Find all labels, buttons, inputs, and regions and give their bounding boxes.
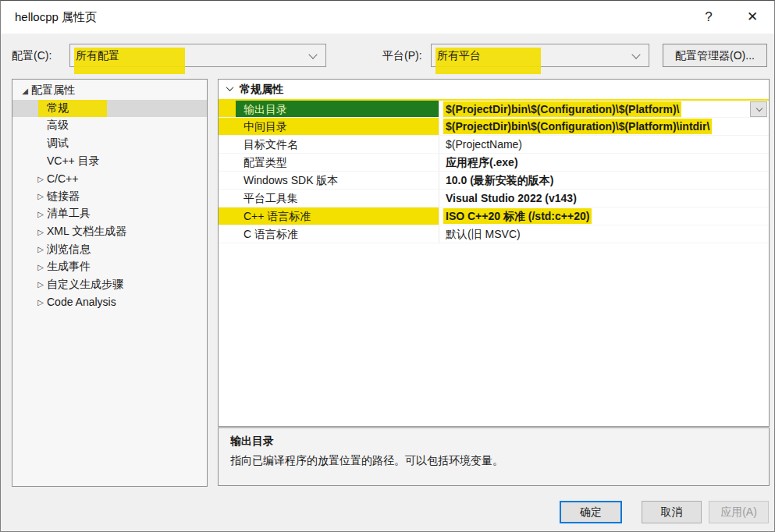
platform-dropdown[interactable]: 所有平台 xyxy=(431,44,649,67)
title-bar: hellocpp 属性页 ? ✕ xyxy=(1,1,774,34)
property-value: Visual Studio 2022 (v143) xyxy=(443,190,579,206)
platform-value: 所有平台 xyxy=(437,44,481,66)
property-name[interactable]: 中间目录 xyxy=(236,118,439,135)
property-name[interactable]: 目标文件名 xyxy=(236,136,439,153)
property-value: ISO C++20 标准 (/std:c++20) xyxy=(443,208,592,224)
tree-item-custom-build-step[interactable]: ▷ 自定义生成步骤 xyxy=(12,276,207,294)
property-value: $(ProjectDir)bin\$(Configuration)\$(Plat… xyxy=(443,119,712,134)
tree-item-manifest-tool[interactable]: ▷ 清单工具 xyxy=(12,205,207,223)
tree-collapsed-icon[interactable]: ▷ xyxy=(34,192,47,200)
ok-button[interactable]: 确定 xyxy=(560,501,622,523)
tree-collapsed-icon[interactable]: ▷ xyxy=(34,210,47,218)
property-name[interactable]: Windows SDK 版本 xyxy=(236,172,439,189)
property-grid: 常规属性 输出目录 $(ProjectDir)bin\$(Configurati… xyxy=(218,79,770,427)
chevron-down-icon xyxy=(308,50,317,59)
tree-item-browse-information[interactable]: ▷ 浏览信息 xyxy=(12,240,207,258)
window-title: hellocpp 属性页 xyxy=(15,10,97,25)
property-value: 应用程序(.exe) xyxy=(443,154,521,170)
description-title: 输出目录 xyxy=(230,434,757,449)
close-icon[interactable]: ✕ xyxy=(738,5,767,29)
tree-item-linker[interactable]: ▷ 链接器 xyxy=(12,188,207,206)
grid-row-windows-sdk-version: Windows SDK 版本 10.0 (最新安装的版本) xyxy=(219,172,769,190)
property-value: 默认(旧 MSVC) xyxy=(443,226,523,242)
tree-collapsed-icon[interactable]: ▷ xyxy=(34,245,47,254)
property-value: $(ProjectDir)bin\$(Configuration)\$(Plat… xyxy=(443,101,681,117)
grid-row-output-directory: 输出目录 $(ProjectDir)bin\$(Configuration)\$… xyxy=(219,99,769,118)
tree-collapsed-icon[interactable]: ▷ xyxy=(34,175,47,183)
property-tree: ◢ 配置属性 常规 高级 调试 VC++ 目录 ▷ C/C++ ▷ 链接器 ▷ … xyxy=(12,79,208,487)
chevron-down-icon xyxy=(756,105,763,112)
configuration-value: 所有配置 xyxy=(76,44,119,66)
grid-section-header[interactable]: 常规属性 xyxy=(219,80,769,99)
property-name[interactable]: C 语言标准 xyxy=(236,225,439,243)
tree-item-general[interactable]: 常规 xyxy=(12,100,207,118)
tree-item-code-analysis[interactable]: ▷ Code Analysis xyxy=(12,293,207,311)
property-value-cell[interactable]: 应用程序(.exe) xyxy=(439,154,769,171)
property-value: 10.0 (最新安装的版本) xyxy=(443,172,556,188)
configuration-dropdown[interactable]: 所有配置 xyxy=(69,44,326,67)
tree-collapsed-icon[interactable]: ▷ xyxy=(34,263,47,271)
highlight-mark xyxy=(219,101,236,117)
platform-label: 平台(P): xyxy=(382,44,422,67)
highlight-mark xyxy=(219,118,236,135)
chevron-down-icon xyxy=(631,50,640,59)
grid-row-configuration-type: 配置类型 应用程序(.exe) xyxy=(219,154,769,172)
configuration-label: 配置(C): xyxy=(12,44,52,67)
highlight-mark xyxy=(219,207,236,225)
description-panel: 输出目录 指向已编译程序的放置位置的路径。可以包括环境变量。 xyxy=(218,427,770,486)
tree-collapsed-icon[interactable]: ▷ xyxy=(34,228,47,236)
property-name[interactable]: C++ 语言标准 xyxy=(236,207,439,225)
grid-row-intermediate-directory: 中间目录 $(ProjectDir)bin\$(Configuration)\$… xyxy=(219,118,769,136)
property-name[interactable]: 平台工具集 xyxy=(236,190,439,207)
property-value-cell[interactable]: $(ProjectName) xyxy=(439,136,769,153)
grid-row-platform-toolset: 平台工具集 Visual Studio 2022 (v143) xyxy=(219,190,769,207)
property-value-cell[interactable]: 默认(旧 MSVC) xyxy=(439,225,769,243)
tree-collapsed-icon[interactable]: ▷ xyxy=(34,298,47,307)
property-pages-dialog: { "window": { "title": "hellocpp 属性页" },… xyxy=(0,0,775,532)
chevron-down-icon xyxy=(226,83,234,91)
grid-row-c-language-standard: C 语言标准 默认(旧 MSVC) xyxy=(219,225,769,243)
tree-item-configuration-properties[interactable]: ◢ 配置属性 xyxy=(12,82,207,100)
property-value-cell[interactable]: ISO C++20 标准 (/std:c++20) xyxy=(439,207,769,225)
grid-row-target-name: 目标文件名 $(ProjectName) xyxy=(219,136,769,154)
property-name[interactable]: 配置类型 xyxy=(236,154,439,171)
cancel-button[interactable]: 取消 xyxy=(642,501,702,523)
description-text: 指向已编译程序的放置位置的路径。可以包括环境变量。 xyxy=(230,454,757,468)
apply-button: 应用(A) xyxy=(709,501,769,523)
tree-item-debugging[interactable]: 调试 xyxy=(12,135,207,153)
property-value-cell[interactable]: 10.0 (最新安装的版本) xyxy=(439,172,769,189)
property-name[interactable]: 输出目录 xyxy=(236,101,439,117)
configuration-manager-button[interactable]: 配置管理器(O)... xyxy=(663,44,767,67)
tree-item-c-cpp[interactable]: ▷ C/C++ xyxy=(12,170,207,188)
tree-item-xml-doc-generator[interactable]: ▷ XML 文档生成器 xyxy=(12,223,207,241)
property-value: $(ProjectName) xyxy=(443,137,524,152)
property-value-cell[interactable]: $(ProjectDir)bin\$(Configuration)\$(Plat… xyxy=(439,101,769,117)
tree-item-advanced[interactable]: 高级 xyxy=(12,117,207,135)
property-value-cell[interactable]: $(ProjectDir)bin\$(Configuration)\$(Plat… xyxy=(439,118,769,135)
grid-row-cpp-language-standard: C++ 语言标准 ISO C++20 标准 (/std:c++20) xyxy=(219,207,769,225)
tree-item-vcpp-directories[interactable]: VC++ 目录 xyxy=(12,152,207,170)
tree-collapsed-icon[interactable]: ▷ xyxy=(34,280,47,289)
help-icon[interactable]: ? xyxy=(694,5,723,29)
tree-item-build-events[interactable]: ▷ 生成事件 xyxy=(12,258,207,276)
tree-expanded-icon[interactable]: ◢ xyxy=(19,87,31,95)
value-dropdown-button[interactable] xyxy=(750,101,767,117)
property-value-cell[interactable]: Visual Studio 2022 (v143) xyxy=(439,190,769,207)
